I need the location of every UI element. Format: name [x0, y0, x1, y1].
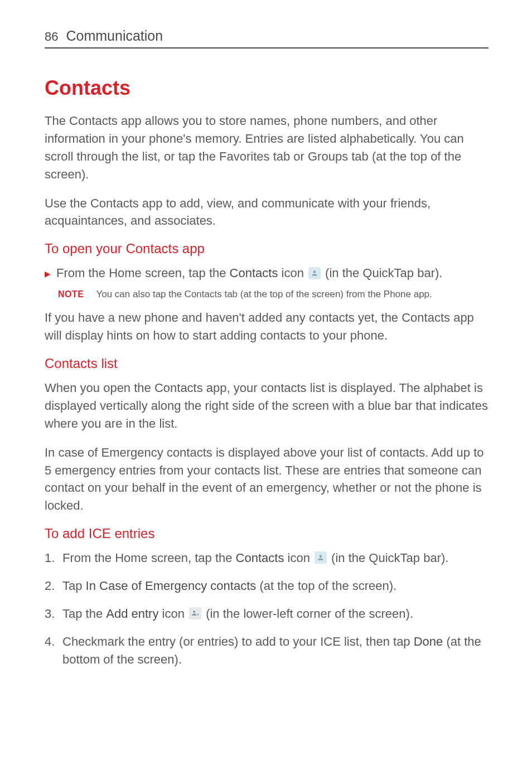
section-title: Communication [66, 28, 163, 44]
note-label: NOTE [58, 289, 84, 299]
ice-step-1: From the Home screen, tap the Contacts i… [45, 549, 489, 567]
page-header: 86 Communication [45, 28, 489, 49]
svg-point-0 [313, 270, 316, 273]
ice-steps-list: From the Home screen, tap the Contacts i… [45, 549, 489, 668]
add-entry-icon: + [189, 607, 201, 619]
open-contacts-heading: To open your Contacts app [45, 241, 489, 256]
ice-step-4: Checkmark the entry (or entries) to add … [45, 633, 489, 669]
contacts-list-p2: In case of Emergency contacts is display… [45, 444, 489, 515]
bullet-text: From the Home screen, tap the Contacts i… [56, 264, 489, 282]
note-block: NOTE You can also tap the Contacts tab (… [58, 289, 489, 300]
contacts-icon [308, 267, 321, 279]
svg-point-1 [320, 555, 322, 558]
contacts-list-p1: When you open the Contacts app, your con… [45, 379, 489, 433]
svg-text:+: + [197, 613, 199, 617]
bullet-icon: ▶ [45, 268, 51, 279]
open-contacts-bullet: ▶ From the Home screen, tap the Contacts… [45, 264, 489, 282]
contacts-list-heading: Contacts list [45, 356, 489, 371]
contacts-icon [315, 551, 327, 564]
page-title: Contacts [45, 76, 489, 100]
ice-step-3: Tap the Add entry icon + (in the lower-l… [45, 605, 489, 623]
intro-paragraph-1: The Contacts app allows you to store nam… [45, 112, 489, 183]
note-text: You can also tap the Contacts tab (at th… [96, 289, 432, 300]
open-after-paragraph: If you have a new phone and haven't adde… [45, 309, 489, 345]
page-number: 86 [45, 30, 58, 44]
svg-point-2 [193, 611, 195, 613]
ice-heading: To add ICE entries [45, 526, 489, 541]
ice-step-2: Tap In Case of Emergency contacts (at th… [45, 577, 489, 595]
intro-paragraph-2: Use the Contacts app to add, view, and c… [45, 195, 489, 230]
